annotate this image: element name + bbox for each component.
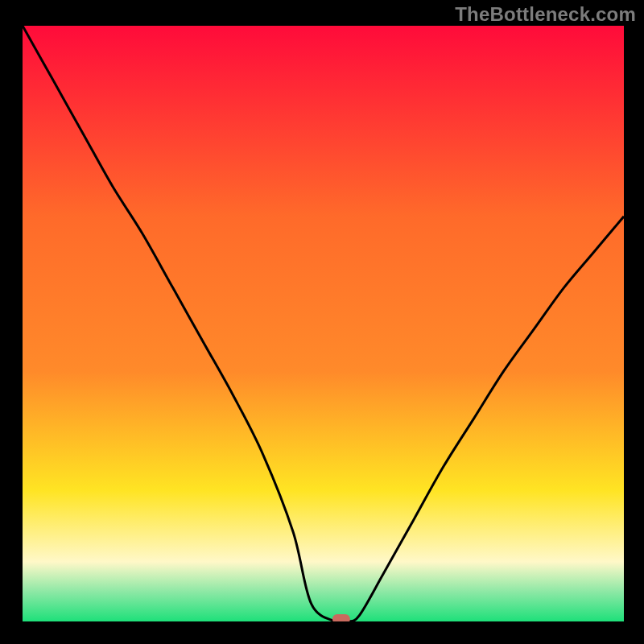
optimum-marker (332, 614, 350, 621)
chart-svg (23, 26, 624, 621)
gradient-background (23, 26, 624, 621)
chart-frame: TheBottleneck.com (0, 0, 644, 644)
attribution-label: TheBottleneck.com (455, 3, 636, 26)
plot-area (23, 26, 624, 621)
